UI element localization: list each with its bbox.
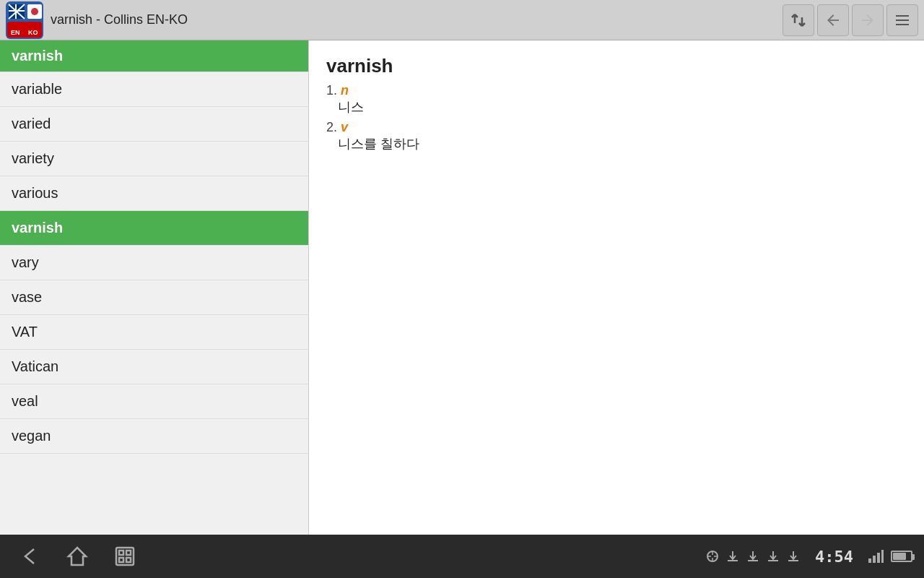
entry-meaning: 니스를 칠하다 [338,137,419,151]
word-list-item[interactable]: VAT [0,315,308,350]
word-list-item[interactable]: variety [0,142,308,176]
entry-number: 2. [326,120,341,134]
main-content: varnish variablevariedvarietyvariousvarn… [0,40,924,535]
entry-meaning: 니스 [338,100,364,114]
svg-rect-12 [896,15,909,17]
entry-pos: v [341,120,348,134]
menu-button[interactable] [886,4,918,36]
nav-home-button[interactable] [59,540,95,572]
svg-rect-26 [868,558,871,563]
download-icon-4 [786,549,801,564]
svg-text:EN: EN [11,29,20,36]
svg-rect-13 [896,20,909,21]
svg-marker-15 [69,548,86,565]
word-list-item[interactable]: vase [0,280,308,315]
svg-rect-24 [768,560,778,561]
word-list-item[interactable]: vary [0,246,308,280]
entry-number: 1. [326,83,341,98]
download-icon-2 [746,549,760,564]
search-term[interactable]: varnish [0,40,308,72]
word-list-item[interactable]: varnish [0,211,308,246]
sync-icon [705,549,720,564]
definition-entry: 2. v니스를 칠하다 [326,120,907,152]
entry-pos: n [341,83,349,98]
definition-word: varnish [326,55,907,77]
definition-entry: 1. n니스 [326,83,907,116]
svg-rect-28 [877,553,880,563]
svg-text:KO: KO [28,29,38,36]
battery-icon [889,551,912,562]
svg-rect-14 [896,24,909,25]
svg-rect-20 [126,558,131,562]
status-icons: 4:54 [705,548,912,566]
svg-rect-27 [873,556,876,563]
word-list-panel: varnish variablevariedvarietyvariousvarn… [0,40,309,535]
definition-entries: 1. n니스2. v니스를 칠하다 [326,83,907,152]
svg-point-9 [31,8,38,15]
svg-rect-29 [881,550,884,563]
svg-rect-17 [119,551,123,555]
word-list-item[interactable]: varied [0,107,308,142]
app-title: varnish - Collins EN-KO [51,12,780,27]
swap-button[interactable] [783,4,814,36]
download-icon-3 [766,549,780,564]
clock: 4:54 [815,548,853,566]
app-logo: EN KO [6,1,43,39]
definition-panel: varnish 1. n니스2. v니스를 칠하다 [309,40,924,535]
svg-rect-19 [119,558,123,562]
svg-rect-23 [748,560,758,561]
svg-rect-7 [9,10,25,12]
back-button[interactable] [817,4,849,36]
topbar: EN KO varnish - Collins EN-KO [0,0,924,40]
svg-rect-18 [126,551,131,555]
download-icon-1 [725,549,740,564]
word-list-item[interactable]: Vatican [0,350,308,384]
nav-back-button[interactable] [12,540,48,572]
word-list-item[interactable]: vegan [0,419,308,454]
nav-apps-button[interactable] [107,540,143,572]
bottombar: 4:54 [0,535,924,578]
word-list-item[interactable]: veal [0,384,308,419]
word-list-item[interactable]: variable [0,72,308,107]
signal-icon [868,549,884,564]
forward-button[interactable] [852,4,884,36]
svg-rect-22 [728,560,738,561]
word-list-item[interactable]: various [0,176,308,211]
svg-rect-25 [788,560,798,561]
